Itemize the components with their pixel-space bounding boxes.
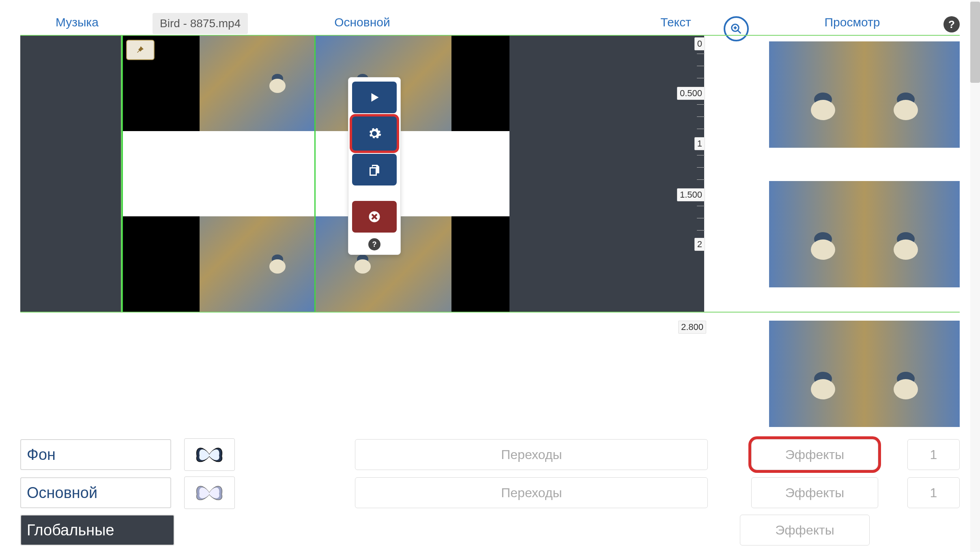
preview-frame-2[interactable] — [769, 181, 960, 287]
tick-minor — [697, 54, 705, 54]
music-track-cell[interactable] — [20, 36, 122, 312]
clip-settings-button[interactable] — [352, 116, 397, 151]
tick-1: 1 — [694, 137, 705, 150]
tick-minor — [697, 218, 705, 218]
effects-button-background[interactable]: Эффекты — [751, 439, 878, 470]
tab-preview[interactable]: Просмотр — [753, 12, 952, 32]
time-scale: 0 0.500 1 1.500 2 — [677, 37, 705, 313]
layer-row-background: Фон Переходы Эффекты 1 — [20, 438, 960, 471]
clip-copy-button[interactable] — [352, 154, 397, 185]
tick-1.5: 1.500 — [677, 188, 705, 201]
tick-minor — [697, 116, 705, 117]
layer-row-main: Основной Переходы Эффекты 1 — [20, 477, 960, 509]
clip-delete-button[interactable] — [352, 201, 397, 233]
preview-frame-3[interactable] — [769, 321, 960, 427]
clip-help-button[interactable]: ? — [368, 238, 380, 250]
pin-button[interactable] — [126, 40, 155, 60]
layer-tab-global[interactable]: Глобальные — [20, 515, 174, 546]
clip-2-thumb-bottom — [316, 216, 509, 312]
vertical-scrollbar[interactable] — [970, 0, 980, 552]
clip-2-waveform-area — [316, 131, 509, 216]
tick-minor — [697, 78, 705, 78]
tick-2: 2 — [694, 238, 705, 251]
tick-minor — [697, 104, 705, 105]
clip-2[interactable] — [316, 36, 509, 312]
effects-count-main[interactable]: 1 — [907, 477, 960, 508]
clip-1-thumb-bottom — [123, 216, 314, 312]
tick-minor — [697, 206, 705, 206]
butterfly-icon — [193, 481, 226, 505]
pin-icon — [135, 45, 145, 55]
svg-line-1 — [738, 30, 741, 34]
layer-tab-main[interactable]: Основной — [20, 477, 171, 508]
clip-play-button[interactable] — [352, 82, 397, 113]
effects-button-main[interactable]: Эффекты — [751, 477, 878, 508]
clip-2-thumb-top — [316, 36, 509, 131]
transitions-button-background[interactable]: Переходы — [355, 439, 708, 470]
tick-minor — [697, 179, 705, 180]
close-circle-icon — [367, 209, 382, 224]
tick-0: 0 — [694, 37, 705, 50]
top-tab-bar: Музыка Основной Текст Просмотр Bird - 88… — [0, 0, 980, 32]
layers-panel: Фон Переходы Эффекты 1 Основной Переходы… — [20, 438, 960, 546]
gear-icon — [367, 126, 382, 141]
play-icon — [367, 90, 382, 105]
effects-count-background[interactable]: 1 — [907, 439, 960, 470]
clip-1[interactable] — [122, 36, 316, 312]
tick-minor — [697, 129, 705, 129]
butterfly-icon — [193, 442, 226, 467]
empty-track-cell[interactable] — [509, 36, 704, 312]
zoom-in-icon — [730, 23, 742, 35]
preview-frame-1[interactable] — [769, 41, 960, 148]
help-button[interactable]: ? — [943, 16, 960, 32]
clip-1-waveform-area — [123, 131, 314, 216]
copy-icon — [367, 162, 382, 177]
transitions-button-main[interactable]: Переходы — [355, 477, 708, 508]
tick-minor — [697, 230, 705, 231]
clip-filename-chip: Bird - 8875.mp4 — [153, 13, 248, 34]
tick-minor — [697, 66, 705, 66]
clip-action-popover: ? — [348, 77, 401, 255]
tick-minor — [697, 155, 705, 155]
layer-style-main[interactable] — [184, 477, 235, 509]
layer-row-global: Глобальные Эффекты — [20, 515, 960, 546]
tick-0.5: 0.500 — [677, 87, 705, 100]
preview-column — [769, 41, 960, 427]
tick-end: 2.800 — [678, 321, 706, 334]
layer-style-background[interactable] — [184, 438, 235, 471]
tick-minor — [697, 167, 705, 168]
effects-button-global[interactable]: Эффекты — [740, 515, 870, 546]
layer-tab-background[interactable]: Фон — [20, 439, 171, 470]
tab-music[interactable]: Музыка — [28, 12, 126, 32]
